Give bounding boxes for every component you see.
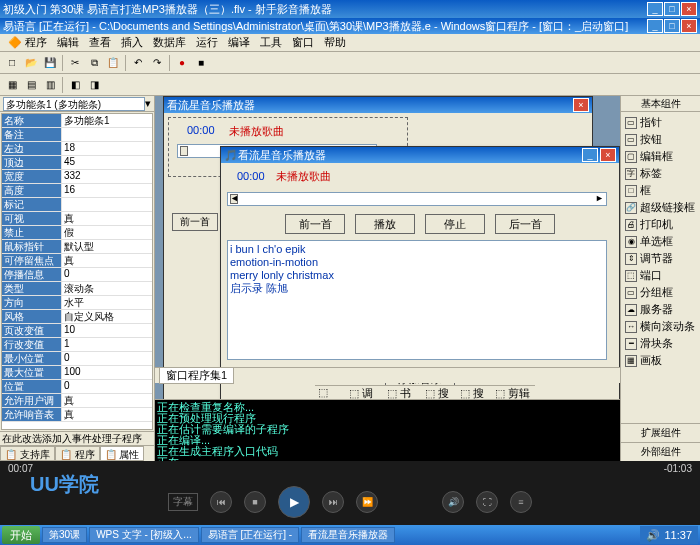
prop-value[interactable] xyxy=(62,198,152,211)
prop-value[interactable]: 0 xyxy=(62,268,152,281)
component-6[interactable]: 🖨打印机 xyxy=(623,216,698,233)
prop-value[interactable]: 假 xyxy=(62,226,152,239)
hint-tab-4[interactable]: ⬚ 搜寻2 xyxy=(460,386,487,399)
prop-value[interactable]: 滚动条 xyxy=(62,282,152,295)
ide-close[interactable]: × xyxy=(681,19,697,33)
menu-0[interactable]: 🔶 程序 xyxy=(4,34,51,51)
paste-icon[interactable]: 📋 xyxy=(104,54,122,72)
component-10[interactable]: ▭分组框 xyxy=(623,284,698,301)
hint-tab-2[interactable]: ⬚ 书签表 xyxy=(387,386,417,399)
mp-step-icon[interactable]: ⏩ xyxy=(356,491,378,513)
menu-9[interactable]: 帮助 xyxy=(320,34,350,51)
component-5[interactable]: 🔗超级链接框 xyxy=(623,199,698,216)
start-button[interactable]: 开始 xyxy=(2,526,40,544)
prop-value[interactable]: 真 xyxy=(62,254,152,267)
tool-c[interactable]: ▥ xyxy=(41,76,59,94)
stop-icon[interactable]: ■ xyxy=(192,54,210,72)
designer-close[interactable]: × xyxy=(573,98,589,112)
prop-value[interactable]: 10 xyxy=(62,324,152,337)
ide-minimize[interactable]: _ xyxy=(647,19,663,33)
property-grid[interactable]: 名称多功能条1备注左边18顶边45宽度332高度16标记可视真禁止假鼠标指针默认… xyxy=(1,113,153,430)
dialog-close[interactable]: × xyxy=(600,148,616,162)
left-tab-0[interactable]: 📋 支持库 xyxy=(0,446,55,461)
prop-value[interactable]: 100 xyxy=(62,366,152,379)
prop-value[interactable]: 16 xyxy=(62,184,152,197)
pd-slider[interactable]: ◄► xyxy=(227,192,607,206)
mp-play-icon[interactable]: ▶ xyxy=(278,486,310,518)
component-1[interactable]: ▭按钮 xyxy=(623,131,698,148)
prop-value[interactable]: 默认型 xyxy=(62,240,152,253)
component-14[interactable]: ▦画板 xyxy=(623,352,698,369)
hint-tab-3[interactable]: ⬚ 搜寻1 xyxy=(425,386,452,399)
mp-menu-icon[interactable]: ≡ xyxy=(510,491,532,513)
tool-a[interactable]: ▦ xyxy=(3,76,21,94)
mp-fullscreen-icon[interactable]: ⛶ xyxy=(476,491,498,513)
menu-6[interactable]: 编译 xyxy=(224,34,254,51)
prop-value[interactable]: 水平 xyxy=(62,296,152,309)
menu-5[interactable]: 运行 xyxy=(192,34,222,51)
component-7[interactable]: ◉单选框 xyxy=(623,233,698,250)
hint-tab-5[interactable]: ⬚ 剪辑历史 xyxy=(495,386,532,399)
left-tab-1[interactable]: 📋 程序 xyxy=(55,446,100,461)
dialog-min[interactable]: _ xyxy=(582,148,598,162)
tool-e[interactable]: ◨ xyxy=(85,76,103,94)
component-12[interactable]: ↔横向滚动条 xyxy=(623,318,698,335)
minimize-button[interactable]: _ xyxy=(647,2,663,16)
component-0[interactable]: ▭指针 xyxy=(623,114,698,131)
subtitle-badge[interactable]: 字幕 xyxy=(168,493,198,511)
maximize-button[interactable]: □ xyxy=(664,2,680,16)
property-selector[interactable]: 多功能条1 (多功能条) xyxy=(3,97,145,111)
menu-8[interactable]: 窗口 xyxy=(288,34,318,51)
component-11[interactable]: ☁服务器 xyxy=(623,301,698,318)
mp-stop-icon[interactable]: ■ xyxy=(244,491,266,513)
run-icon[interactable]: ● xyxy=(173,54,191,72)
redo-icon[interactable]: ↷ xyxy=(148,54,166,72)
prop-value[interactable]: 真 xyxy=(62,394,152,407)
close-button[interactable]: × xyxy=(681,2,697,16)
song-item[interactable]: merry lonly christmax xyxy=(230,269,604,282)
menu-1[interactable]: 编辑 xyxy=(53,34,83,51)
prop-value[interactable]: 自定义风格 xyxy=(62,310,152,323)
prop-value[interactable]: 332 xyxy=(62,170,152,183)
external-components[interactable]: 外部组件 xyxy=(621,442,700,461)
mp-prev-icon[interactable]: ⏮ xyxy=(210,491,232,513)
taskbar-item-1[interactable]: WPS 文字 - [初级入... xyxy=(89,527,199,543)
component-3[interactable]: 字标签 xyxy=(623,165,698,182)
tool-b[interactable]: ▤ xyxy=(22,76,40,94)
save-icon[interactable]: 💾 xyxy=(41,54,59,72)
system-tray[interactable]: 🔊 11:37 xyxy=(640,526,698,544)
copy-icon[interactable]: ⧉ xyxy=(85,54,103,72)
component-2[interactable]: ▢编辑框 xyxy=(623,148,698,165)
prop-value[interactable]: 18 xyxy=(62,142,152,155)
ext-components[interactable]: 扩展组件 xyxy=(621,423,700,442)
component-4[interactable]: □框 xyxy=(623,182,698,199)
hint-tab-1[interactable]: ⬚ 调用表 xyxy=(349,386,379,399)
menu-3[interactable]: 插入 xyxy=(117,34,147,51)
component-8[interactable]: ⇕调节器 xyxy=(623,250,698,267)
pd-btn-2[interactable]: 停止 xyxy=(425,214,485,234)
undo-icon[interactable]: ↶ xyxy=(129,54,147,72)
prop-value[interactable]: 45 xyxy=(62,156,152,169)
prop-value[interactable]: 0 xyxy=(62,352,152,365)
component-9[interactable]: ⬚端口 xyxy=(623,267,698,284)
new-icon[interactable]: □ xyxy=(3,54,21,72)
menu-2[interactable]: 查看 xyxy=(85,34,115,51)
taskbar-item-2[interactable]: 易语言 [正在运行] - xyxy=(201,527,299,543)
song-list[interactable]: i bun l ch'o epikemotion-in-motionmerry … xyxy=(227,240,607,360)
mp-volume-icon[interactable]: 🔊 xyxy=(442,491,464,513)
hint-tab-0[interactable]: ⬚ 提示 xyxy=(318,386,341,399)
ide-maximize[interactable]: □ xyxy=(664,19,680,33)
dropdown-icon[interactable]: ▾ xyxy=(145,97,151,110)
mp-next-icon[interactable]: ⏭ xyxy=(322,491,344,513)
prev-button[interactable]: 前一首 xyxy=(172,213,218,231)
pd-btn-3[interactable]: 后一首 xyxy=(495,214,555,234)
taskbar-item-3[interactable]: 看流星音乐播放器 xyxy=(301,527,395,543)
pd-btn-0[interactable]: 前一首 xyxy=(285,214,345,234)
tool-d[interactable]: ◧ xyxy=(66,76,84,94)
song-item[interactable]: 启示录 陈旭 xyxy=(230,282,604,295)
component-13[interactable]: ━滑块条 xyxy=(623,335,698,352)
open-icon[interactable]: 📂 xyxy=(22,54,40,72)
prop-value[interactable]: 真 xyxy=(62,408,152,421)
center-tab[interactable]: 窗口程序集1 xyxy=(159,367,234,384)
pd-btn-1[interactable]: 播放 xyxy=(355,214,415,234)
